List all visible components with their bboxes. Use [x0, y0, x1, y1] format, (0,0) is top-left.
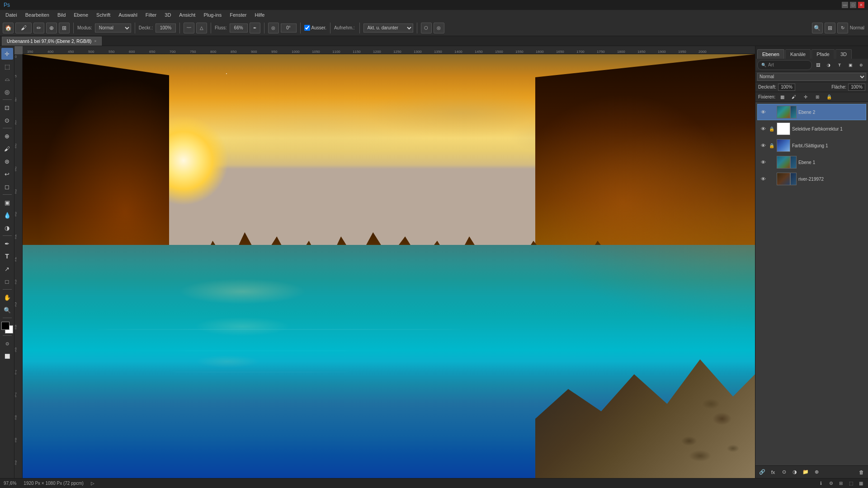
menu-3d[interactable]: 3D: [161, 11, 175, 19]
minimize-button[interactable]: —: [842, 2, 848, 8]
path-selection-btn[interactable]: ↗: [1, 263, 13, 275]
menu-filter[interactable]: Filter: [142, 11, 160, 19]
layer-eye-ebene2[interactable]: 👁: [760, 108, 767, 116]
layer-hue-sat[interactable]: 👁 🔒 Farbt./Sättigung 1: [757, 137, 866, 154]
layer-eye-river[interactable]: 👁: [760, 175, 767, 183]
tab-ebenen[interactable]: Ebenen: [757, 49, 784, 59]
smooth-btn[interactable]: 〰: [184, 23, 194, 33]
ausser-checkbox-group[interactable]: Ausser.: [304, 25, 326, 31]
close-button[interactable]: ✕: [858, 2, 864, 8]
fluss-pen-btn[interactable]: ✒: [250, 23, 260, 33]
pressure-btn[interactable]: ◎: [434, 23, 444, 33]
menu-bild[interactable]: Bild: [54, 11, 69, 19]
layer-style-btn[interactable]: fx: [768, 467, 778, 477]
fluss-input[interactable]: [230, 23, 248, 33]
panel-filter-text[interactable]: T: [835, 60, 844, 70]
lock-transparent-btn[interactable]: ▦: [777, 92, 787, 102]
angle-input[interactable]: [281, 23, 297, 33]
tab-pfade[interactable]: Pfade: [811, 49, 835, 59]
foreground-color-swatch[interactable]: [1, 322, 9, 330]
angle-btn[interactable]: ◎: [268, 23, 279, 33]
gradient-tool-btn[interactable]: ▣: [1, 197, 13, 208]
search-btn[interactable]: 🔍: [812, 23, 823, 33]
align-btn[interactable]: △: [196, 23, 207, 33]
toggle-btn1[interactable]: ⊕: [46, 23, 57, 33]
lock-artboard-btn[interactable]: ⊞: [812, 92, 822, 102]
lock-position-btn[interactable]: ✛: [801, 92, 811, 102]
layer-blend-mode-select[interactable]: Normal Multiplizieren Aufhellen: [757, 73, 866, 81]
layer-link-btn[interactable]: 🔗: [757, 467, 767, 477]
layer-mask-btn[interactable]: ⊙: [779, 467, 789, 477]
status-panel-btn[interactable]: ▦: [857, 480, 864, 487]
stamp-tool-btn[interactable]: ⊛: [1, 155, 13, 167]
layer-group-btn[interactable]: 📁: [801, 467, 811, 477]
opacity-input[interactable]: [778, 84, 795, 91]
menu-plugins[interactable]: Plug-ins: [200, 11, 225, 19]
maximize-button[interactable]: □: [850, 2, 856, 8]
layer-new-btn[interactable]: ⊕: [811, 467, 821, 477]
crop-tool-btn[interactable]: ⊡: [1, 102, 13, 113]
panel-filter-pixel[interactable]: 🖼: [813, 60, 823, 70]
panel-filter-smart[interactable]: ⊛: [856, 60, 866, 70]
tool-preset-btn[interactable]: 🖌: [15, 23, 32, 33]
document-tab[interactable]: Unbenannt-1 bei 97,6% (Ebene 2, RGB/8) ×: [2, 37, 102, 46]
ausser-checkbox[interactable]: [304, 25, 310, 31]
tab-close-btn[interactable]: ×: [94, 39, 96, 43]
lock-image-btn[interactable]: 🖌: [789, 92, 799, 102]
akt-select[interactable]: Akt. u. darunter Alle Ebenen: [363, 23, 413, 33]
menu-schrift[interactable]: Schrift: [93, 11, 114, 19]
heal-tool-btn[interactable]: ⊕: [1, 130, 13, 142]
eyedropper-tool-btn[interactable]: ⊙: [1, 114, 13, 126]
zoom-tool-btn[interactable]: 🔍: [1, 304, 13, 316]
tab-kanaele[interactable]: Kanäle: [785, 49, 811, 59]
status-fullscreen-btn[interactable]: ⬚: [847, 480, 854, 487]
blend-mode-select[interactable]: Normal Aufhellen Multiplizieren: [95, 23, 131, 33]
rotation-btn[interactable]: ↻: [837, 23, 848, 33]
quick-mask-btn[interactable]: ⊙: [1, 338, 13, 349]
layer-ebene1[interactable]: 👁 Ebene 1: [757, 154, 866, 170]
hand-tool-btn[interactable]: ✋: [1, 291, 13, 303]
status-warn-btn[interactable]: ⚙: [827, 480, 835, 487]
home-button[interactable]: 🏠: [3, 23, 14, 33]
layer-search[interactable]: 🔍 Art: [757, 60, 812, 70]
layer-eye-huesat[interactable]: 👁: [760, 142, 767, 149]
brush-tool-btn[interactable]: 🖌: [1, 143, 13, 155]
lock-all-btn[interactable]: 🔒: [824, 92, 834, 102]
lasso-tool-btn[interactable]: ⌓: [1, 73, 13, 85]
workspace-btn[interactable]: ⊞: [825, 23, 835, 33]
quick-select-tool-btn[interactable]: ◎: [1, 86, 13, 98]
toggle-btn2[interactable]: ⊞: [59, 23, 70, 33]
menu-datei[interactable]: Datei: [2, 11, 21, 19]
menu-hilfe[interactable]: Hilfe: [251, 11, 268, 19]
pen-tool-btn[interactable]: ✒: [1, 238, 13, 249]
status-info-btn[interactable]: ℹ: [817, 480, 825, 487]
menu-ansicht[interactable]: Ansicht: [175, 11, 199, 19]
screen-mode-btn[interactable]: ⬜: [1, 350, 13, 362]
status-grid-btn[interactable]: ⊞: [837, 480, 844, 487]
layer-delete-btn[interactable]: 🗑: [856, 467, 866, 477]
panel-filter-shape[interactable]: ▣: [845, 60, 855, 70]
menu-bearbeiten[interactable]: Bearbeiten: [22, 11, 53, 19]
layer-river-group[interactable]: 👁 river-219972: [757, 171, 866, 187]
text-tool-btn[interactable]: T: [1, 250, 13, 262]
window-controls[interactable]: — □ ✕: [842, 2, 864, 8]
layer-ebene2[interactable]: 👁 Ebene 2: [757, 104, 866, 120]
panel-filter-adjust[interactable]: ◑: [824, 60, 834, 70]
layer-eye-selective[interactable]: 👁: [760, 125, 767, 132]
tab-3d[interactable]: 3D: [835, 49, 852, 59]
symmetry-btn[interactable]: ⬡: [421, 23, 432, 33]
fill-input[interactable]: [848, 84, 865, 91]
deckr-input[interactable]: [156, 23, 176, 33]
layer-adjustment-btn[interactable]: ◑: [790, 467, 800, 477]
layer-eye-ebene1[interactable]: 👁: [760, 159, 767, 166]
eraser-tool-btn[interactable]: ◻: [1, 181, 13, 192]
history-brush-btn[interactable]: ↩: [1, 168, 13, 180]
layer-selective-color[interactable]: 👁 🔒 Selektive Farbkorrektur 1: [757, 121, 866, 137]
menu-ebene[interactable]: Ebene: [70, 11, 92, 19]
shape-tool-btn[interactable]: □: [1, 276, 13, 287]
menu-auswahl[interactable]: Auswahl: [115, 11, 141, 19]
menu-fenster[interactable]: Fenster: [226, 11, 250, 19]
dodge-tool-btn[interactable]: ◑: [1, 222, 13, 234]
selection-tool-btn[interactable]: ⬚: [1, 61, 13, 72]
color-swatches[interactable]: [1, 322, 13, 333]
